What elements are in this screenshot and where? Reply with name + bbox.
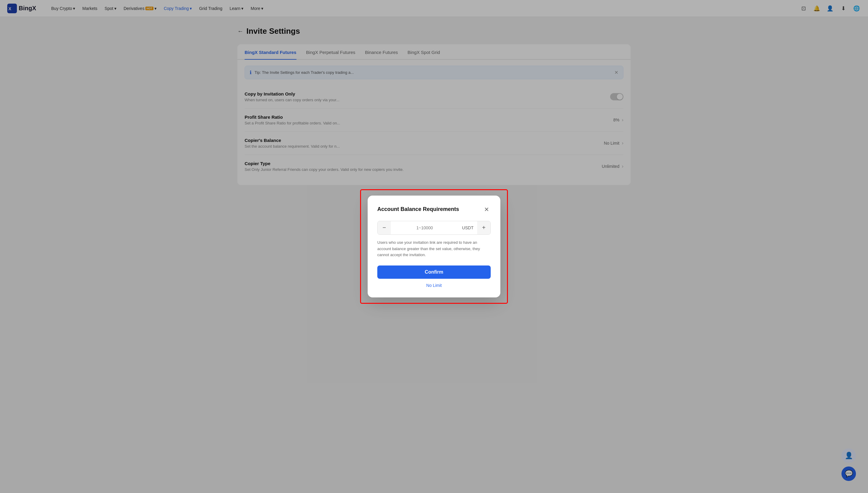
balance-input[interactable] [391,226,458,230]
no-limit-link[interactable]: No Limit [377,283,491,288]
increment-button[interactable]: + [477,221,490,234]
balance-input-row: − USDT + [377,221,491,235]
modal-dialog: Account Balance Requirements ✕ − USDT + … [368,196,500,297]
modal-close-button[interactable]: ✕ [482,205,491,214]
modal-overlay[interactable]: Account Balance Requirements ✕ − USDT + … [0,0,868,493]
decrement-button[interactable]: − [378,221,391,234]
input-unit-label: USDT [458,226,477,230]
modal-title: Account Balance Requirements [377,206,459,212]
modal-description: Users who use your invitation link are r… [377,240,491,258]
confirm-button[interactable]: Confirm [377,265,491,279]
modal-header: Account Balance Requirements ✕ [377,205,491,214]
